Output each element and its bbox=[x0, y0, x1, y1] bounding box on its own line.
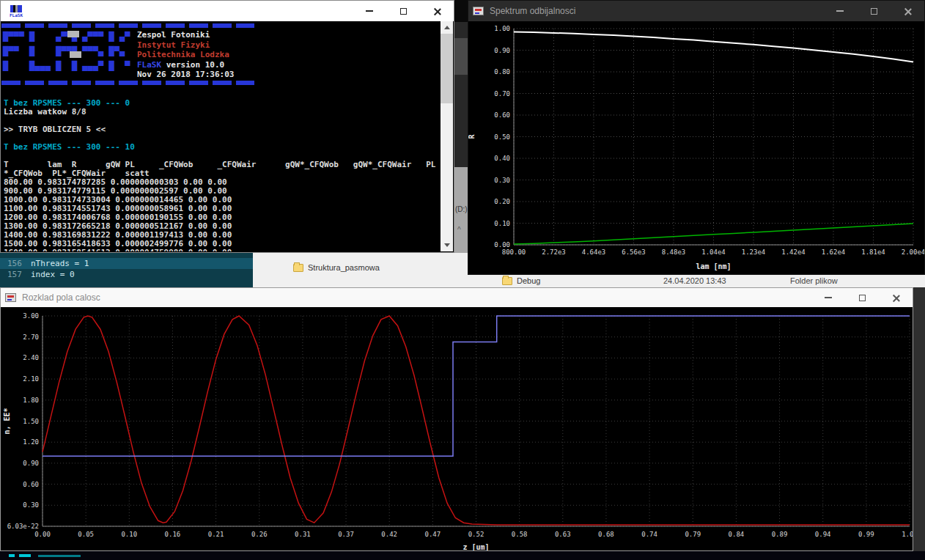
rozklad-plot: 0.000.050.100.160.210.260.310.370.420.47… bbox=[1, 307, 913, 551]
flask-app-icon: FLaSK bbox=[5, 5, 27, 18]
x-axis-label: z [um] bbox=[462, 543, 489, 551]
flask-ascii-logo: █▀▀▀ █ ▄▀▀▄ ▄▀▀▀ █ ▄▀ █▀▀ █ █▀▀█ ▀▀▀▄ █▀… bbox=[1, 21, 254, 100]
maximize-button[interactable] bbox=[845, 288, 879, 307]
spektrum-titlebar[interactable]: Spektrum odbijalnosci bbox=[468, 1, 924, 21]
background-block bbox=[454, 38, 468, 75]
code-text: nThreads = 1 bbox=[31, 259, 89, 268]
close-button[interactable] bbox=[891, 1, 924, 21]
folder-icon bbox=[293, 264, 303, 272]
desktop: (D:) ^ 156nThreads = 1 157index = 0 Stru… bbox=[0, 0, 925, 560]
logo-border-top bbox=[1, 23, 254, 28]
logo-info-line: Instytut Fizyki bbox=[137, 40, 234, 51]
console-line: Liczba watkow 8/8 bbox=[4, 108, 441, 117]
logo-info-line: Zespol Fotoniki bbox=[137, 30, 234, 40]
maximize-icon bbox=[871, 8, 877, 15]
folder-icon bbox=[502, 277, 512, 285]
maximize-icon bbox=[400, 8, 407, 15]
console-scrollbar[interactable] bbox=[441, 21, 453, 251]
y-tick-label: 2.40 bbox=[23, 354, 39, 361]
explorer-tree-fragment: (D:) ^ bbox=[454, 167, 468, 253]
maximize-button[interactable] bbox=[857, 1, 891, 21]
window-title: Rozklad pola calosc bbox=[22, 292, 811, 303]
scroll-down-button[interactable] bbox=[441, 239, 453, 251]
file-date: 24.04.2020 13:43 bbox=[663, 276, 726, 285]
x-tick-label: 0.94 bbox=[815, 531, 831, 538]
x-tick-label: 800.00 bbox=[502, 248, 526, 256]
file-row[interactable]: Debug bbox=[502, 276, 540, 285]
minimize-button[interactable] bbox=[823, 1, 857, 21]
line-number: 156 bbox=[7, 258, 31, 269]
rozklad-titlebar[interactable]: Rozklad pola calosc bbox=[1, 288, 913, 307]
x-tick-label: 0.00 bbox=[34, 531, 51, 538]
background-block bbox=[454, 0, 468, 22]
spektrum-plot: 800.002.72e34.64e36.56e38.48e31.04e41.23… bbox=[468, 21, 925, 275]
console-titlebar[interactable]: FLaSK bbox=[1, 1, 454, 21]
x-tick-label: 0.63 bbox=[555, 531, 571, 538]
close-button[interactable] bbox=[879, 288, 913, 307]
code-line: 157index = 0 bbox=[0, 269, 253, 280]
y-tick-label: 1.50 bbox=[23, 418, 39, 425]
console-line: >> TRYB OBLICZEN 5 << bbox=[4, 125, 441, 134]
y-tick-label: 0.20 bbox=[494, 198, 510, 205]
drive-tree-item[interactable]: (D:) bbox=[455, 205, 468, 213]
x-tick-label: 0.74 bbox=[641, 531, 657, 538]
x-tick-label: 4.64e3 bbox=[582, 248, 606, 256]
y-tick-label: 0.90 bbox=[494, 47, 510, 54]
x-tick-label: 0.26 bbox=[251, 531, 268, 538]
minimize-button[interactable] bbox=[353, 1, 386, 21]
chart-app-icon bbox=[5, 293, 16, 302]
logo-pixel bbox=[67, 31, 79, 37]
file-row[interactable]: Struktura_pasmowa bbox=[293, 263, 380, 272]
taskbar-icon[interactable] bbox=[19, 554, 31, 557]
x-tick-label: 0.10 bbox=[121, 531, 137, 538]
maximize-button[interactable] bbox=[386, 1, 420, 21]
y-tick-label: 6.03e-22 bbox=[7, 523, 39, 530]
x-tick-label: 2.00e4 bbox=[902, 248, 925, 256]
scroll-down-icon bbox=[444, 243, 450, 247]
y-tick-label: 1.80 bbox=[23, 397, 39, 404]
scroll-up-button[interactable] bbox=[441, 21, 453, 34]
rozklad-window: Rozklad pola calosc 0.000.050.100.160.21… bbox=[0, 287, 913, 551]
series-loss bbox=[514, 224, 913, 244]
scroll-up-icon bbox=[444, 26, 450, 29]
close-button[interactable] bbox=[420, 1, 454, 21]
y-tick-label: 0.60 bbox=[494, 111, 510, 119]
file-explorer-fragment: Debug 24.04.2020 13:43 Folder plikow bbox=[468, 275, 925, 287]
line-number: 157 bbox=[7, 269, 31, 280]
console-line: T bez RPSMES --- 300 --- 10 bbox=[4, 143, 441, 152]
x-tick-label: 1.81e4 bbox=[861, 248, 885, 256]
y-tick-label: 0.30 bbox=[494, 177, 510, 184]
x-tick-label: 6.56e3 bbox=[622, 248, 646, 256]
y-tick-label: 1.00 bbox=[494, 25, 510, 32]
spektrum-window: Spektrum odbijalnosci 800.002.72e34.64e3… bbox=[468, 0, 925, 275]
x-tick-label: 1.42e4 bbox=[781, 248, 806, 256]
x-tick-label: 0.31 bbox=[295, 531, 311, 538]
y-tick-label: 0.80 bbox=[494, 68, 510, 75]
logo-info-line: Politechnika Lodzka bbox=[137, 50, 234, 60]
taskbar-item[interactable] bbox=[38, 555, 81, 557]
x-tick-label: 0.84 bbox=[729, 531, 745, 538]
logo-pixel bbox=[70, 51, 81, 58]
x-axis-label: lam [nm] bbox=[696, 262, 731, 270]
logo-border-bottom bbox=[1, 81, 254, 85]
logo-info-line: FLaSK version 10.0 bbox=[137, 60, 234, 70]
x-tick-label: 1.05 bbox=[902, 531, 913, 538]
console-text: T bez RPSMES --- 300 --- 0Liczba watkow … bbox=[4, 99, 441, 251]
x-tick-label: 0.21 bbox=[208, 531, 224, 538]
x-tick-label: 0.99 bbox=[858, 531, 874, 538]
x-tick-label: 1.23e4 bbox=[742, 248, 766, 256]
spektrum-chart: 800.002.72e34.64e36.56e38.48e31.04e41.23… bbox=[468, 21, 924, 275]
y-tick-label: 0.50 bbox=[494, 133, 510, 141]
series-field-intensity-EE bbox=[43, 316, 910, 525]
taskbar[interactable] bbox=[0, 551, 925, 560]
y-tick-label: 1.20 bbox=[23, 438, 39, 446]
scrollbar-thumb[interactable] bbox=[441, 34, 453, 103]
code-editor-background: 156nThreads = 1 157index = 0 bbox=[0, 253, 253, 287]
minimize-button[interactable] bbox=[811, 288, 845, 307]
file-name: Struktura_pasmowa bbox=[308, 263, 380, 272]
file-type: Folder plikow bbox=[790, 276, 838, 285]
close-icon bbox=[904, 7, 912, 15]
background-strip: (D:) ^ bbox=[454, 0, 468, 253]
taskbar-icon[interactable] bbox=[9, 554, 15, 557]
tree-expander-icon[interactable]: ^ bbox=[457, 226, 461, 234]
